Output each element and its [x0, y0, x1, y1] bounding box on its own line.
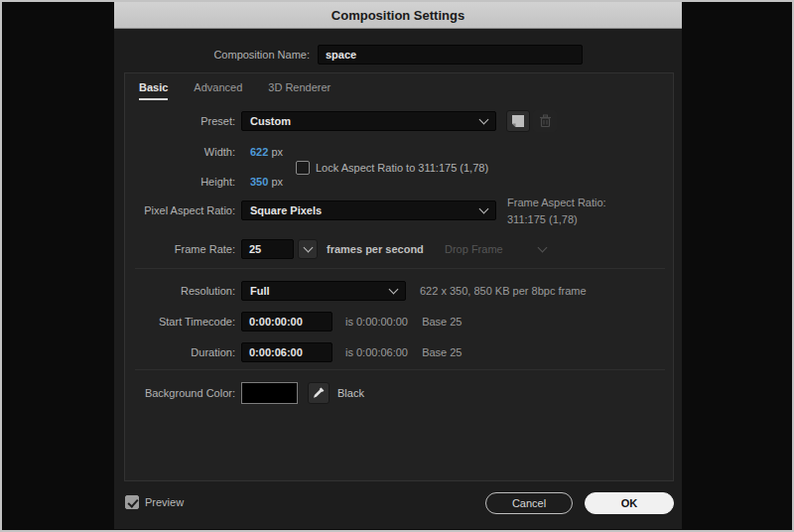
start-timecode-label: Start Timecode:: [125, 312, 235, 332]
lock-aspect-ratio-label: Lock Aspect Ratio to 311:175 (1,78): [316, 161, 488, 175]
frame-rate-dropdown-button[interactable]: [298, 239, 318, 259]
width-value[interactable]: 622: [250, 146, 268, 158]
chevron-down-icon: [303, 243, 313, 253]
frames-per-second-label: frames per second: [327, 239, 424, 259]
resolution-value: Full: [250, 285, 270, 297]
resolution-info: 622 x 350, 850 KB per 8bpc frame: [420, 281, 587, 301]
chevron-down-icon: [479, 115, 489, 125]
frame-rate-input[interactable]: 25: [241, 239, 294, 259]
tab-advanced[interactable]: Advanced: [194, 81, 242, 100]
frame-rate-value: 25: [249, 243, 261, 255]
duration-label: Duration:: [125, 342, 235, 362]
eyedropper-icon: [312, 386, 326, 400]
duration-value: 0:00:06:00: [249, 346, 303, 358]
cancel-button[interactable]: Cancel: [485, 492, 573, 514]
chevron-down-icon: [479, 204, 489, 214]
pixel-aspect-ratio-label: Pixel Aspect Ratio:: [125, 200, 235, 220]
drop-frame-value: Drop Frame: [445, 243, 503, 255]
resolution-dropdown[interactable]: Full: [241, 281, 406, 301]
tab-3d-renderer[interactable]: 3D Renderer: [268, 81, 331, 100]
section-divider: [135, 268, 665, 269]
duration-base: Base 25: [422, 346, 462, 358]
frame-aspect-ratio-value: 311:175 (1,78): [507, 211, 578, 228]
composition-name-label: Composition Name:: [114, 45, 310, 65]
save-preset-button[interactable]: [506, 110, 530, 132]
start-timecode-converted: is 0:00:00:00: [345, 316, 408, 328]
dialog-titlebar[interactable]: Composition Settings: [114, 2, 682, 29]
trash-icon: [539, 114, 552, 128]
preset-label: Preset:: [125, 111, 235, 131]
section-divider: [135, 369, 665, 370]
duration-input[interactable]: 0:00:06:00: [241, 342, 332, 362]
settings-panel: Basic Advanced 3D Renderer Preset: Custo…: [124, 72, 674, 481]
tab-basic[interactable]: Basic: [139, 81, 168, 100]
frame-rate-label: Frame Rate:: [125, 239, 235, 259]
start-timecode-input[interactable]: 0:00:00:00: [241, 312, 332, 332]
start-timecode-value: 0:00:00:00: [249, 316, 303, 328]
height-value[interactable]: 350: [250, 176, 268, 188]
delete-preset-button: [533, 110, 557, 132]
preview-checkbox[interactable]: [125, 495, 139, 509]
height-unit: px: [271, 176, 283, 188]
start-timecode-base: Base 25: [422, 316, 462, 328]
chevron-down-icon: [538, 243, 548, 253]
ok-button[interactable]: OK: [585, 492, 674, 514]
height-label: Height:: [125, 175, 235, 189]
eyedropper-button[interactable]: [308, 382, 330, 404]
width-label: Width:: [125, 145, 235, 159]
pixel-aspect-ratio-dropdown[interactable]: Square Pixels: [241, 200, 496, 220]
frame-aspect-ratio-label: Frame Aspect Ratio:: [507, 195, 606, 211]
new-preset-icon: [511, 114, 525, 128]
chevron-down-icon: [389, 285, 399, 295]
width-unit: px: [271, 146, 283, 158]
preview-label: Preview: [145, 495, 184, 509]
background-color-label: Background Color:: [125, 382, 235, 404]
background-color-name: Black: [337, 382, 364, 404]
tab-bar: Basic Advanced 3D Renderer: [139, 81, 331, 100]
resolution-label: Resolution:: [125, 281, 235, 301]
composition-settings-dialog: Composition Settings Composition Name: s…: [114, 2, 682, 529]
screenshot-frame: Composition Settings Composition Name: s…: [0, 0, 794, 532]
dialog-title: Composition Settings: [331, 8, 464, 23]
lock-aspect-ratio-checkbox[interactable]: [296, 161, 310, 175]
composition-name-input[interactable]: space: [318, 45, 583, 65]
preset-dropdown[interactable]: Custom: [241, 111, 496, 131]
background-color-swatch[interactable]: [241, 382, 298, 404]
pixel-aspect-ratio-value: Square Pixels: [250, 204, 322, 216]
preset-value: Custom: [250, 115, 291, 127]
duration-converted: is 0:00:06:00: [345, 346, 408, 358]
composition-name-value: space: [326, 49, 356, 61]
drop-frame-dropdown: Drop Frame: [439, 239, 552, 259]
